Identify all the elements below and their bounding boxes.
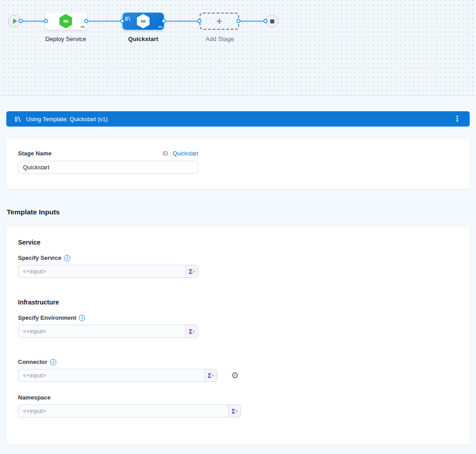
pipeline-edge: [239, 21, 266, 22]
code-icon: </>: [81, 25, 85, 29]
sigma-sup: x: [193, 269, 195, 273]
connector-dot: [18, 19, 23, 23]
stop-icon: [270, 19, 274, 23]
runtime-expression-button[interactable]: Σx: [204, 369, 217, 382]
infinity-glyph: ∞: [141, 18, 145, 25]
specify-environment-label: Specify Environment: [18, 314, 76, 321]
sigma-sup: x: [236, 409, 238, 413]
connector-dot: [263, 19, 267, 23]
stage-config-panel: Using Template: Quickstart (v1) ⋮ Stage …: [0, 95, 476, 445]
connector-dot: [162, 19, 166, 23]
connector-dot: [44, 19, 48, 23]
sigma-glyph: Σ: [189, 268, 192, 275]
service-section-title: Service: [18, 239, 458, 246]
sigma-sup: x: [193, 329, 195, 333]
connector-dot: [120, 19, 124, 23]
connector-dot: [84, 19, 88, 23]
stage-name-label: Stage Name: [18, 150, 51, 157]
specify-environment-input[interactable]: [18, 325, 186, 338]
specify-service-input[interactable]: [18, 265, 186, 278]
pipeline-canvas[interactable]: ∞ </> Deploy Service ∞ </> Quickstart + …: [0, 0, 476, 95]
using-template-text: Using Template: Quickstart (v1): [26, 116, 108, 123]
stage-id-prefix: ID :: [163, 150, 171, 157]
pipeline-end-node[interactable]: [266, 15, 278, 27]
sigma-glyph: Σ: [231, 408, 235, 415]
stage-overview-card: Stage Name ID : Quickstart: [6, 138, 470, 189]
play-icon: [13, 18, 17, 24]
plus-icon: +: [216, 16, 222, 27]
info-icon[interactable]: i: [64, 255, 70, 261]
sigma-glyph: Σ: [189, 328, 192, 335]
info-icon[interactable]: i: [50, 359, 56, 365]
infrastructure-section-title: Infrastructure: [18, 299, 458, 306]
template-inputs-card: Service Specify Service i Σx Infrastruct…: [6, 227, 470, 445]
add-stage-label: Add Stage: [186, 36, 254, 42]
runtime-expression-button[interactable]: Σx: [228, 404, 241, 418]
pipeline-edge: [21, 21, 46, 22]
specify-service-label: Specify Service: [18, 254, 61, 261]
connector-label: Connector: [18, 359, 47, 365]
runtime-expression-button[interactable]: Σx: [186, 265, 198, 278]
stage-label-deploy-service: Deploy Service: [32, 36, 100, 42]
stage-node-deploy-service[interactable]: ∞ </>: [45, 13, 86, 30]
template-library-icon: [14, 116, 21, 123]
info-icon[interactable]: i: [79, 315, 85, 321]
infinity-glyph: ∞: [63, 18, 68, 25]
code-icon: </>: [158, 25, 162, 29]
stage-name-input[interactable]: [18, 161, 198, 174]
add-stage-button[interactable]: +: [199, 13, 239, 30]
connector-dot: [236, 19, 240, 23]
runtime-expression-button[interactable]: Σx: [186, 325, 198, 338]
pipeline-edge: [86, 21, 122, 22]
sigma-glyph: Σ: [208, 372, 211, 379]
cd-stage-icon: ∞: [137, 14, 150, 28]
connector-settings-gear-icon[interactable]: ⚙: [231, 371, 239, 380]
template-inputs-heading: Template Inputs: [7, 208, 470, 216]
template-options-kebab-icon[interactable]: ⋮: [451, 114, 463, 124]
connector-dot: [197, 19, 201, 23]
stage-node-quickstart[interactable]: ∞ </>: [122, 13, 164, 30]
pipeline-edge: [164, 21, 199, 22]
stage-id: ID : Quickstart: [163, 150, 198, 157]
using-template-banner[interactable]: Using Template: Quickstart (v1) ⋮: [6, 111, 470, 127]
stage-id-link[interactable]: Quickstart: [173, 150, 198, 157]
namespace-label: Namespace: [18, 394, 50, 401]
connector-input[interactable]: [18, 369, 205, 382]
cd-stage-icon: ∞: [59, 14, 72, 28]
namespace-input[interactable]: [18, 404, 229, 418]
stage-label-quickstart: Quickstart: [109, 36, 177, 42]
template-badge-icon: [125, 15, 131, 23]
sigma-sup: x: [212, 373, 214, 377]
